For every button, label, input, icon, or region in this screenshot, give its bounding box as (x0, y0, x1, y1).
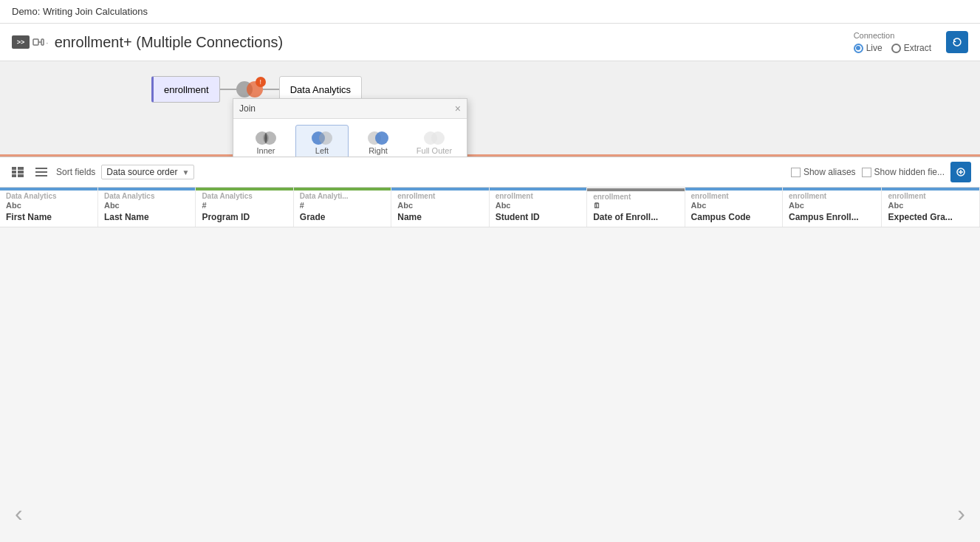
join-close-button[interactable]: × (455, 103, 461, 114)
col-icon-student-id: Abc (490, 200, 586, 210)
join-icon-wrapper[interactable]: ! (236, 81, 263, 97)
inner-join-icon (253, 130, 279, 146)
col-source-name: enrollment (391, 191, 488, 200)
radio-live-circle (854, 44, 863, 53)
col-student-id[interactable]: enrollment Abc Student ID (489, 188, 586, 227)
bottom-nav: ‹ › (0, 500, 980, 527)
enrollment-node-label: enrollment (164, 84, 209, 95)
sort-dropdown[interactable]: Data source order ▼ (101, 165, 194, 179)
show-aliases-label: Show aliases (803, 167, 856, 177)
show-hidden-checkbox[interactable]: Show hidden fie... (862, 167, 945, 177)
join-type-left[interactable]: Left (295, 125, 349, 157)
col-icon-first-name: Abc (0, 200, 97, 210)
col-name-grade: Grade (294, 210, 391, 227)
svg-rect-13 (12, 171, 16, 174)
col-source-student-id: enrollment (490, 191, 586, 200)
col-source-program-id: Data Analytics (196, 191, 292, 200)
left-join-icon (309, 130, 335, 146)
toolbar-area: Sort fields Data source order ▼ Show ali… (0, 157, 980, 188)
join-dialog-header: Join × (233, 99, 467, 119)
top-bar: Demo: Writing Join Calculations (0, 0, 980, 24)
col-icon-campus-enroll: Abc (783, 200, 881, 210)
col-date-enroll[interactable]: enrollment 🗓 Date of Enroll... (587, 188, 685, 227)
col-source-expected-gra: enrollment (882, 191, 979, 200)
join-types: Inner Left Right (233, 119, 467, 157)
refresh-icon (952, 37, 962, 47)
radio-extract-circle (891, 44, 901, 53)
data-analytics-node-label: Data Analytics (290, 84, 351, 95)
join-dialog: Join × Inner Left (233, 98, 467, 157)
svg-rect-0 (33, 39, 38, 45)
col-icon-campus-code: Abc (685, 200, 782, 210)
radio-extract-label: Extract (904, 43, 931, 53)
sort-dropdown-arrow: ▼ (182, 168, 189, 176)
col-name-last-name: Last Name (98, 210, 195, 227)
datasource-title: enrollment+ (Multiple Connections) (55, 34, 854, 51)
col-icon-date-enroll: 🗓 (587, 201, 684, 210)
col-name-campus-code: Campus Code (685, 210, 782, 227)
connection-section: Connection Live Extract (854, 31, 931, 53)
show-hidden-label: Show hidden fie... (874, 167, 945, 177)
app-title: Demo: Writing Join Calculations (12, 6, 148, 17)
col-name-expected-gra: Expected Gra... (882, 210, 979, 227)
col-source-grade: Data Analyti... (294, 191, 391, 200)
header-area: >> · enrollment+ (Multiple Connections) … (0, 24, 980, 61)
alert-badge: ! (256, 77, 266, 87)
col-expected-gra[interactable]: enrollment Abc Expected Gra... (882, 188, 980, 227)
col-icon-expected-gra: Abc (882, 200, 979, 210)
sort-fields-label: Sort fields (56, 167, 95, 177)
data-table-area: Data Analytics Abc First Name Data Analy… (0, 188, 980, 227)
col-source-date-enroll: enrollment (587, 191, 684, 201)
join-type-right[interactable]: Right (352, 125, 405, 157)
next-button[interactable]: › (957, 500, 965, 527)
col-last-name[interactable]: Data Analytics Abc Last Name (97, 188, 195, 227)
show-aliases-checkbox[interactable]: Show aliases (791, 167, 856, 177)
svg-rect-12 (18, 167, 24, 170)
col-grade[interactable]: Data Analyti... # Grade (293, 188, 391, 227)
left-label: Left (315, 146, 329, 155)
col-campus-code[interactable]: enrollment Abc Campus Code (685, 188, 782, 227)
table-header-row: Data Analytics Abc First Name Data Analy… (0, 188, 980, 227)
col-source-last-name: Data Analytics (98, 191, 195, 200)
full-outer-label: Full Outer (417, 146, 452, 155)
col-campus-enroll[interactable]: enrollment Abc Campus Enroll... (783, 188, 882, 227)
sort-value: Data source order (106, 167, 177, 177)
col-name-name: Name (391, 210, 488, 227)
col-program-id[interactable]: Data Analytics # Program ID (196, 188, 293, 227)
full-outer-join-icon (421, 130, 448, 146)
svg-rect-14 (18, 171, 24, 174)
join-type-inner[interactable]: Inner (239, 125, 292, 157)
datasource-icon: >> (12, 35, 30, 49)
svg-rect-19 (35, 175, 47, 176)
svg-rect-16 (18, 174, 24, 177)
col-name-student-id: Student ID (490, 210, 586, 227)
svg-rect-18 (35, 171, 47, 173)
join-connector: ! (220, 81, 279, 97)
prev-button[interactable]: ‹ (15, 500, 23, 527)
data-table: Data Analytics Abc First Name Data Analy… (0, 188, 980, 227)
svg-point-10 (431, 131, 445, 145)
col-name[interactable]: enrollment Abc Name (391, 188, 489, 227)
grid-view-button[interactable] (9, 165, 27, 179)
svg-rect-2 (41, 39, 44, 45)
right-join-icon (365, 130, 391, 146)
list-icon (35, 167, 47, 177)
toolbar-action-button[interactable] (950, 162, 971, 182)
radio-live-label: Live (866, 43, 883, 53)
radio-live[interactable]: Live (854, 43, 883, 53)
refresh-button[interactable] (946, 31, 968, 53)
enrollment-node[interactable]: enrollment (151, 76, 220, 103)
list-view-button[interactable] (32, 165, 50, 179)
col-icon-last-name: Abc (98, 200, 195, 210)
join-type-full-outer[interactable]: Full Outer (408, 125, 461, 157)
col-icon-program-id: # (196, 200, 292, 210)
connection-label: Connection (854, 31, 895, 40)
col-source-first-name: Data Analytics (0, 191, 97, 200)
svg-rect-11 (12, 167, 16, 170)
svg-point-8 (375, 131, 388, 145)
col-source-campus-code: enrollment (685, 191, 782, 200)
node-icon (32, 36, 44, 48)
radio-extract[interactable]: Extract (891, 43, 931, 53)
col-first-name[interactable]: Data Analytics Abc First Name (0, 188, 97, 227)
col-source-campus-enroll: enrollment (783, 191, 881, 200)
